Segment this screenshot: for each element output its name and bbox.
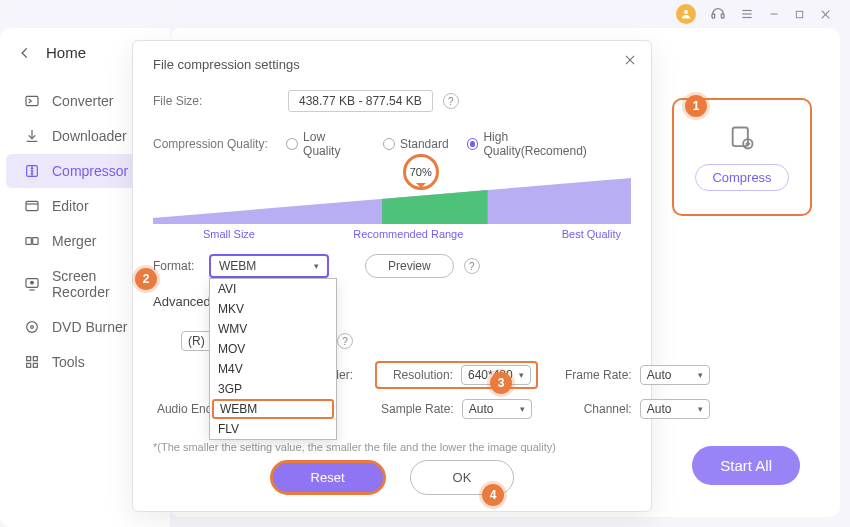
nav-label: Converter <box>52 93 113 109</box>
chevron-down-icon: ▾ <box>520 404 525 414</box>
sample-rate-label: Sample Rate: <box>381 402 454 416</box>
svg-rect-18 <box>26 238 31 245</box>
window-titlebar <box>658 0 850 28</box>
reset-button[interactable]: Reset <box>270 460 386 495</box>
svg-point-0 <box>684 10 688 14</box>
format-select[interactable]: WEBM ▾ <box>209 254 329 278</box>
help-icon[interactable]: ? <box>337 333 353 349</box>
svg-rect-16 <box>26 201 38 210</box>
compress-settings-icon[interactable] <box>728 124 756 152</box>
footnote: *(The smaller the setting value, the sma… <box>153 441 631 453</box>
framerate-label: Frame Rate: <box>560 368 632 382</box>
svg-rect-27 <box>27 363 31 367</box>
file-size-row: File Size: 438.77 KB - 877.54 KB ? <box>153 90 631 112</box>
back-icon[interactable] <box>18 46 32 60</box>
file-size-label: File Size: <box>153 94 288 108</box>
maximize-icon[interactable] <box>794 9 805 20</box>
screen-recorder-icon <box>24 276 40 292</box>
preview-button[interactable]: Preview <box>365 254 454 278</box>
step-badge-2: 2 <box>135 268 157 290</box>
tools-icon <box>24 354 40 370</box>
nav-label: Merger <box>52 233 96 249</box>
resolution-label: Resolution: <box>381 368 453 382</box>
sample-rate-select[interactable]: Auto▾ <box>462 399 532 419</box>
nav-label: Editor <box>52 198 89 214</box>
format-value: WEBM <box>219 259 256 273</box>
label-recommended: Recommended Range <box>353 228 463 240</box>
svg-point-23 <box>27 322 38 333</box>
format-option-webm[interactable]: WEBM <box>212 399 334 419</box>
channel-cell: Channel: Auto▾ <box>560 399 710 419</box>
dvd-burner-icon <box>24 319 40 335</box>
downloader-icon <box>24 128 40 144</box>
svg-point-24 <box>31 326 34 329</box>
format-option-avi[interactable]: AVI <box>210 279 336 299</box>
editor-icon <box>24 198 40 214</box>
chevron-down-icon: ▾ <box>698 370 703 380</box>
channel-select[interactable]: Auto▾ <box>640 399 710 419</box>
framerate-select[interactable]: Auto▾ <box>640 365 710 385</box>
quality-row: Compression Quality: Low Quality Standar… <box>153 130 631 158</box>
format-label: Format: <box>153 259 209 273</box>
home-label: Home <box>46 44 86 61</box>
svg-rect-2 <box>721 14 724 18</box>
nav-label: Compressor <box>52 163 128 179</box>
format-row: Format: WEBM ▾ Preview ? AVI MKV WMV MOV… <box>153 254 631 278</box>
format-option-3gp[interactable]: 3GP <box>210 379 336 399</box>
chevron-down-icon: ▾ <box>314 261 319 271</box>
sample-rate-cell: Sample Rate: Auto▾ <box>381 399 532 419</box>
nav-label: DVD Burner <box>52 319 127 335</box>
radio-standard[interactable]: Standard <box>383 137 449 151</box>
nav-label: Downloader <box>52 128 127 144</box>
format-option-wmv[interactable]: WMV <box>210 319 336 339</box>
format-option-mkv[interactable]: MKV <box>210 299 336 319</box>
svg-marker-36 <box>382 190 488 224</box>
svg-rect-28 <box>33 363 37 367</box>
svg-rect-7 <box>796 11 802 17</box>
step-badge-1: 1 <box>685 95 707 117</box>
label-small-size: Small Size <box>153 228 255 240</box>
svg-rect-1 <box>712 14 715 18</box>
svg-rect-19 <box>33 238 38 245</box>
label-best-quality: Best Quality <box>562 228 631 240</box>
format-option-m4v[interactable]: M4V <box>210 359 336 379</box>
converter-icon <box>24 93 40 109</box>
graph-labels: Small Size Recommended Range Best Qualit… <box>153 228 631 240</box>
start-all-button[interactable]: Start All <box>692 446 800 485</box>
format-option-flv[interactable]: FLV <box>210 419 336 439</box>
modal-actions: Reset OK <box>133 460 651 495</box>
step-badge-4: 4 <box>482 484 504 506</box>
help-icon[interactable]: ? <box>443 93 459 109</box>
step-badge-3: 3 <box>490 372 512 394</box>
quality-percent-bubble[interactable]: 70% <box>403 154 439 190</box>
chevron-down-icon: ▾ <box>698 404 703 414</box>
minimize-icon[interactable] <box>768 8 780 20</box>
modal-close-button[interactable] <box>623 53 637 67</box>
file-size-value[interactable]: 438.77 KB - 877.54 KB <box>288 90 433 112</box>
compress-button[interactable]: Compress <box>695 164 788 191</box>
quality-graph[interactable]: 70% Small Size Recommended Range Best Qu… <box>153 172 631 238</box>
radio-high-quality[interactable]: High Quality(Recomend) <box>467 130 613 158</box>
close-icon[interactable] <box>819 8 832 21</box>
framerate-cell: Frame Rate: Auto▾ <box>560 365 710 385</box>
svg-rect-25 <box>27 357 31 361</box>
menu-icon[interactable] <box>740 7 754 21</box>
compressor-icon <box>24 163 40 179</box>
format-dropdown[interactable]: AVI MKV WMV MOV M4V 3GP WEBM FLV <box>209 278 337 440</box>
compression-settings-modal: File compression settings File Size: 438… <box>132 40 652 512</box>
svg-rect-26 <box>33 357 37 361</box>
merger-icon <box>24 233 40 249</box>
chevron-down-icon: ▾ <box>519 370 524 380</box>
nav-label: Tools <box>52 354 85 370</box>
modal-title: File compression settings <box>153 57 631 72</box>
help-icon[interactable]: ? <box>464 258 480 274</box>
quality-label: Compression Quality: <box>153 137 286 151</box>
support-icon[interactable] <box>710 6 726 22</box>
svg-point-21 <box>31 281 34 284</box>
user-avatar[interactable] <box>676 4 696 24</box>
channel-label: Channel: <box>560 402 632 416</box>
format-option-mov[interactable]: MOV <box>210 339 336 359</box>
radio-low-quality[interactable]: Low Quality <box>286 130 365 158</box>
